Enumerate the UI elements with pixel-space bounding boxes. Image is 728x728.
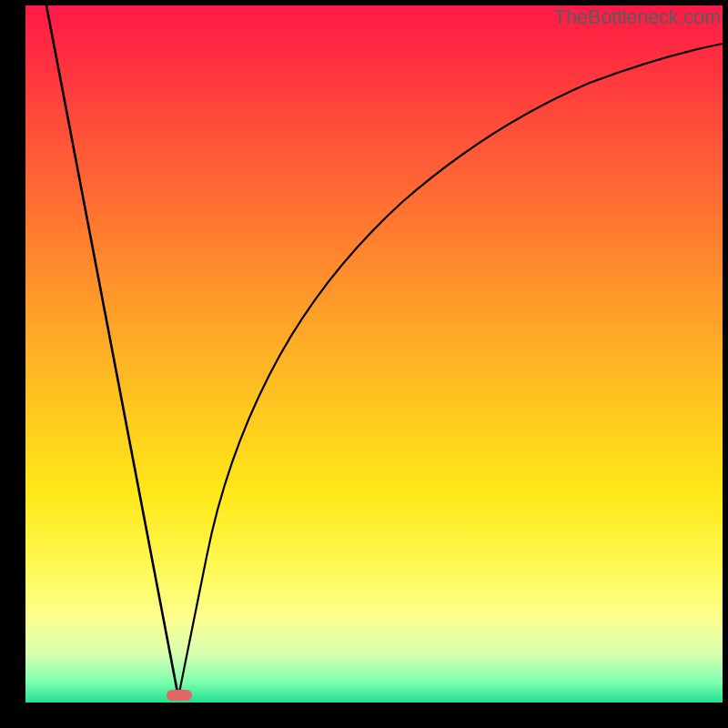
minimum-marker	[167, 690, 192, 701]
right-branch	[178, 44, 723, 697]
border-top	[0, 0, 728, 5]
left-branch	[46, 5, 178, 697]
bottleneck-curve	[25, 5, 723, 703]
border-bottom	[0, 703, 728, 728]
border-left	[0, 0, 25, 728]
attribution-label: TheBottleneck.com	[554, 5, 721, 29]
plot-area	[25, 5, 723, 703]
border-right	[723, 0, 728, 728]
